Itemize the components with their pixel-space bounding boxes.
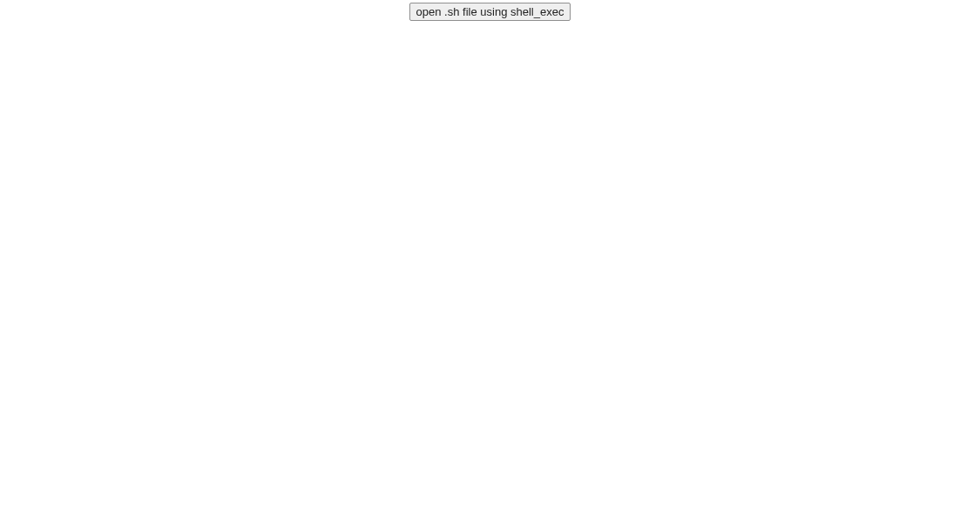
open-sh-file-button[interactable]: open .sh file using shell_exec — [409, 3, 571, 21]
